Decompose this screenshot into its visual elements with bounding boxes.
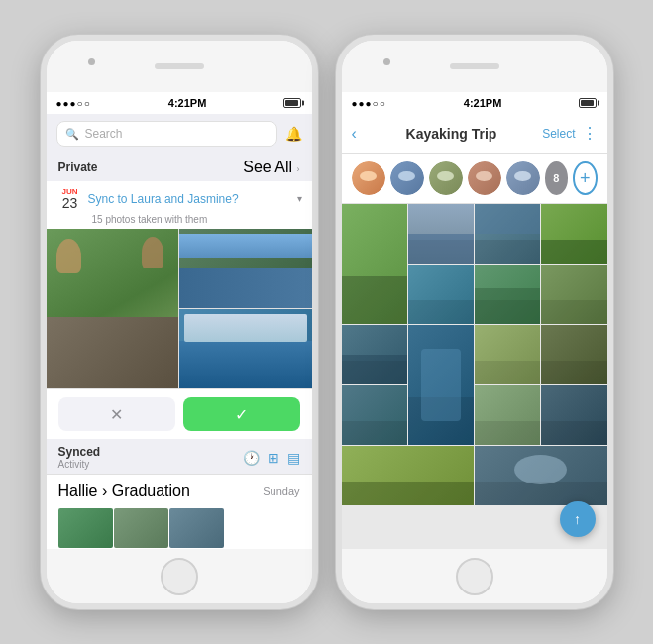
photo-5[interactable]: [408, 265, 474, 324]
accept-button[interactable]: ✓: [183, 397, 300, 431]
phone-top-left: [47, 41, 312, 92]
album-thumb-1: [58, 508, 113, 548]
speaker: [155, 63, 204, 69]
speaker-right: [450, 63, 499, 69]
search-bar: 🔍 Search 🔔: [47, 114, 312, 154]
album-thumbnails: [47, 508, 312, 549]
album-date: Sunday: [263, 485, 299, 497]
photo-1[interactable]: [342, 204, 407, 324]
camera-dot-right: [383, 58, 390, 65]
date-badge: JUN 23: [56, 187, 84, 210]
dropdown-arrow-icon[interactable]: ▾: [297, 193, 302, 204]
phone-right: ●●●○○ 4:21PM ‹ Kayaking Trip Select ⋮: [336, 35, 613, 609]
photo-9[interactable]: [408, 325, 474, 445]
photo-8[interactable]: [342, 325, 407, 384]
photo-12[interactable]: [342, 385, 407, 445]
status-bar-left: ●●●○○ 4:21PM: [47, 92, 312, 114]
photo-grid: [342, 204, 607, 549]
search-placeholder: Search: [85, 127, 123, 141]
add-person-button[interactable]: +: [573, 161, 598, 195]
home-button-right[interactable]: [456, 558, 493, 595]
photo-6[interactable]: [475, 265, 540, 324]
synced-icons: 🕐 ⊞ ▤: [243, 450, 300, 466]
synced-title: Synced: [58, 445, 101, 459]
share-fab-button[interactable]: ↑: [560, 501, 596, 537]
photo-4[interactable]: [541, 204, 606, 264]
album-row[interactable]: Hallie › Graduation Sunday: [47, 474, 312, 508]
album-to: Graduation: [112, 483, 190, 499]
photo-top-right[interactable]: [179, 229, 312, 308]
phone-top-right: [342, 41, 607, 92]
search-input-area[interactable]: 🔍 Search: [56, 121, 277, 147]
photo-7[interactable]: [541, 265, 606, 324]
avatars-row: 8 +: [342, 154, 607, 204]
photo-bottom-left[interactable]: [179, 309, 312, 388]
photo-13[interactable]: [475, 385, 540, 445]
signal-dots-right: ●●●○○: [352, 98, 386, 109]
photo-mosaic: ↑: [342, 204, 607, 549]
photo-10[interactable]: [475, 325, 540, 384]
phone-left: ●●●○○ 4:21PM 🔍 Search 🔔 Private See All: [41, 35, 318, 609]
share-icon: ↑: [574, 511, 581, 527]
suggestion-subtitle: 15 photos taken with them: [47, 214, 312, 229]
see-all-label[interactable]: See All ›: [243, 159, 299, 176]
time-left: 4:21PM: [168, 97, 207, 109]
phone-bottom-right: [342, 549, 607, 603]
avatar-2[interactable]: [390, 161, 424, 195]
album-arrow-icon: ›: [102, 483, 107, 499]
battery-right: [579, 98, 597, 108]
synced-subtitle: Activity: [58, 459, 101, 470]
synced-section-header: Synced Activity 🕐 ⊞ ▤: [47, 439, 312, 474]
home-button-left[interactable]: [161, 558, 198, 595]
phone-bottom-left: [47, 549, 312, 603]
nav-title: Kayaking Trip: [361, 126, 542, 142]
album-thumb-2: [114, 508, 168, 548]
avatar-3[interactable]: [429, 161, 463, 195]
search-icon: 🔍: [65, 128, 79, 141]
album-thumb-3: [169, 508, 224, 548]
avatar-5[interactable]: [506, 161, 540, 195]
photo-11[interactable]: [541, 325, 606, 384]
photo-2[interactable]: [408, 204, 474, 264]
select-button[interactable]: Select: [542, 127, 575, 141]
suggestion-card: JUN 23 Sync to Laura and Jasmine? ▾ 15 p…: [47, 181, 312, 439]
notification-bell-icon[interactable]: 🔔: [285, 126, 302, 142]
photo-top-left[interactable]: [47, 229, 179, 388]
private-title: Private: [58, 161, 98, 174]
more-button[interactable]: ⋮: [582, 124, 598, 143]
suggestion-title[interactable]: Sync to Laura and Jasmine?: [88, 192, 293, 206]
photo-14[interactable]: [541, 385, 606, 445]
screen-left: 🔍 Search 🔔 Private See All › JUN 23: [47, 114, 312, 549]
synced-labels: Synced Activity: [58, 445, 101, 470]
avatar-4[interactable]: [468, 161, 501, 195]
album-from: Hallie › Graduation: [58, 483, 190, 500]
screen-right: ‹ Kayaking Trip Select ⋮: [342, 114, 607, 549]
signal-dots: ●●●○○: [56, 98, 91, 109]
avatar-count-badge[interactable]: 8: [545, 161, 568, 195]
photo-15[interactable]: [342, 446, 475, 505]
photo-16[interactable]: [475, 446, 607, 505]
photo-3[interactable]: [475, 204, 540, 264]
grid-icon[interactable]: ⊞: [268, 450, 279, 466]
suggestion-header: JUN 23 Sync to Laura and Jasmine? ▾: [47, 181, 312, 214]
status-bar-right: ●●●○○ 4:21PM: [342, 92, 607, 114]
back-button[interactable]: ‹: [352, 125, 357, 143]
clock-icon[interactable]: 🕐: [243, 450, 260, 466]
avatar-1[interactable]: [352, 161, 385, 195]
private-section-header: Private See All ›: [47, 154, 312, 181]
phones-container: ●●●○○ 4:21PM 🔍 Search 🔔 Private See All: [31, 25, 623, 619]
list-icon[interactable]: ▤: [287, 450, 300, 466]
battery-left: [283, 98, 301, 108]
nav-bar: ‹ Kayaking Trip Select ⋮: [342, 114, 607, 154]
suggestion-photo-grid: 10›: [47, 229, 312, 389]
see-all-chevron-icon: ›: [297, 164, 300, 174]
decline-button[interactable]: ✕: [58, 397, 175, 431]
time-right: 4:21PM: [464, 97, 502, 109]
date-day: 23: [56, 196, 84, 210]
action-buttons: ✕ ✓: [47, 389, 312, 439]
camera-dot: [88, 58, 95, 65]
